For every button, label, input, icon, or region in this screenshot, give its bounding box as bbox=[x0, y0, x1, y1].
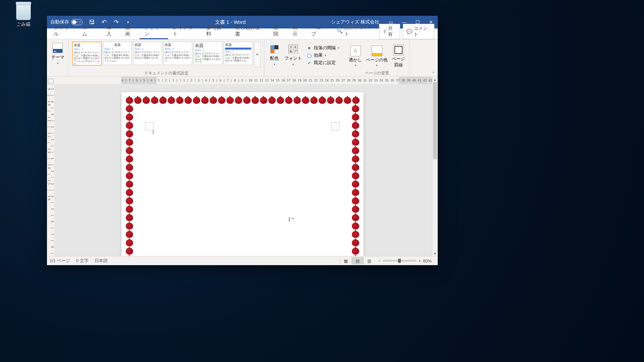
horizontal-ruler[interactable]: 8 | 7 | 6 | 5 | 4 | 3 | 2 | 1 | | 1 | 2 … bbox=[54, 77, 432, 84]
format-thumb-5[interactable]: 表題見出し 1[挿入] タブのギャラリーには、文書全体の体裁に合わせて調整するた… bbox=[194, 42, 222, 65]
paragraph-spacing-button[interactable]: ≡段落の間隔▾ bbox=[307, 45, 339, 51]
page-color-button[interactable]: ページの色▾ bbox=[364, 41, 390, 72]
colors-icon bbox=[270, 45, 278, 53]
chevron-down-icon: ▾ bbox=[57, 62, 59, 65]
paragraph-mark bbox=[153, 130, 155, 134]
tab-design[interactable]: デザイン bbox=[140, 22, 168, 39]
format-thumb-1[interactable]: 表題見出し 1[挿入] タブのギャラリーには、文書全体の体裁に合わせて調整するた… bbox=[72, 42, 102, 66]
spacing-icon: ≡ bbox=[307, 45, 312, 51]
effects-icon: ◯ bbox=[307, 53, 312, 58]
document-canvas[interactable]: I ⁼ bbox=[54, 84, 432, 256]
text-cursor-icon: I ⁼ bbox=[288, 216, 294, 223]
page-art-border bbox=[125, 96, 360, 256]
recycle-bin[interactable]: ごみ箱 bbox=[10, 3, 37, 27]
tab-insert[interactable]: 挿入 bbox=[102, 22, 121, 39]
format-thumb-3[interactable]: 表題見出し 1[挿入] タブのギャラリーには、文書全体の体裁に合わせて調整するた… bbox=[133, 42, 162, 65]
recycle-bin-label: ごみ箱 bbox=[10, 21, 37, 27]
vertical-scrollbar[interactable]: ▲ ▼ bbox=[432, 77, 438, 256]
recycle-bin-icon bbox=[16, 3, 31, 20]
themes-icon bbox=[53, 43, 63, 53]
format-thumb-6[interactable]: 表題見出し 1[挿入] タブのギャラリーには、文書全体の体裁に合わせて調整するた… bbox=[224, 42, 253, 65]
tab-draw[interactable]: 描画 bbox=[120, 22, 140, 39]
share-button[interactable]: ⇪共有 bbox=[379, 24, 400, 39]
format-thumb-2[interactable]: 表題見出し 1[挿入] タブのギャラリーには、文書全体の体裁に合わせて調整するた… bbox=[103, 42, 132, 65]
comment-icon: 💬 bbox=[407, 29, 412, 34]
group-label-doc-format: ドキュメントの書式設定 bbox=[69, 70, 264, 76]
tab-home[interactable]: ホーム bbox=[77, 22, 101, 39]
tab-review[interactable]: 校閲 bbox=[269, 22, 288, 39]
check-icon: ✔ bbox=[307, 60, 312, 65]
fonts-button[interactable]: Aaあア フォント▾ bbox=[282, 41, 305, 70]
page-borders-icon bbox=[393, 45, 404, 55]
page-1[interactable]: I ⁼ bbox=[121, 92, 364, 256]
margin-marker-right bbox=[331, 122, 339, 130]
zoom-control[interactable]: − + 80% bbox=[375, 258, 435, 263]
autosave-state: オフ bbox=[71, 19, 83, 25]
format-gallery-more[interactable]: ▾ bbox=[254, 42, 261, 67]
status-language[interactable]: 日本語 bbox=[95, 258, 108, 264]
tab-mailings[interactable]: 差し込み文書 bbox=[230, 22, 269, 39]
zoom-slider[interactable] bbox=[383, 260, 416, 261]
scroll-thumb[interactable] bbox=[433, 82, 437, 159]
tell-me-search[interactable]: 🔍 操作アシスト bbox=[332, 22, 377, 39]
status-bar: 1/1 ページ 0 文字 日本語 ▦ ▤ ▥ − + 80% bbox=[47, 256, 438, 265]
tab-references[interactable]: 参考資料 bbox=[202, 22, 230, 39]
zoom-out-button[interactable]: − bbox=[378, 258, 381, 263]
document-formatting-gallery[interactable]: 表題見出し 1[挿入] タブのギャラリーには、文書全体の体裁に合わせて調整するた… bbox=[71, 41, 261, 68]
scroll-up-button[interactable]: ▲ bbox=[432, 77, 438, 82]
themes-button[interactable]: テーマ ▾ bbox=[51, 41, 64, 67]
fonts-icon: Aaあア bbox=[288, 45, 298, 54]
tab-selector[interactable]: ∟ bbox=[48, 79, 53, 84]
document-area: ∟ 5 | 4 | 3 | 2 | 1 | | 1 | 2 | 3 | 4 | … bbox=[47, 77, 438, 256]
group-label-page-bg: ページの背景 bbox=[344, 70, 410, 76]
collapse-ribbon-button[interactable]: ⌃ bbox=[432, 71, 436, 76]
vertical-ruler[interactable]: ∟ 5 | 4 | 3 | 2 | 1 | | 1 | 2 | 3 | 4 | … bbox=[47, 77, 55, 256]
comment-button[interactable]: 💬コメント bbox=[403, 24, 434, 39]
ribbon-body: テーマ ▾ 表題見出し 1[挿入] タブのギャラリーには、文書全体の体裁に合わせ… bbox=[47, 40, 438, 77]
scroll-track[interactable] bbox=[432, 82, 438, 251]
tab-layout[interactable]: レイアウト bbox=[168, 22, 202, 39]
search-icon: 🔍 bbox=[336, 28, 343, 34]
format-thumb-4[interactable]: 表題見出し 1[挿入] タブのギャラリーには、文書全体の体裁に合わせて調整するた… bbox=[163, 42, 192, 65]
margin-marker-left bbox=[146, 122, 154, 130]
tab-view[interactable]: 表示 bbox=[288, 22, 307, 39]
watermark-icon bbox=[350, 46, 361, 56]
view-print-layout[interactable]: ▤ bbox=[352, 257, 363, 264]
page-borders-button[interactable]: ページ 罫線 bbox=[390, 41, 407, 72]
status-word-count[interactable]: 0 文字 bbox=[76, 258, 89, 264]
zoom-in-button[interactable]: + bbox=[418, 258, 421, 263]
view-web-layout[interactable]: ▥ bbox=[363, 257, 375, 264]
word-window: 自動保存 オフ 🖫 ↶ ↷ ▾ 文書 1 - Word シェアウィズ 株式会社 … bbox=[47, 16, 438, 265]
effects-button[interactable]: ◯効果▾ bbox=[307, 52, 339, 58]
colors-button[interactable]: 配色▾ bbox=[267, 41, 282, 70]
page-color-icon bbox=[372, 46, 382, 56]
tab-help[interactable]: ヘルプ bbox=[307, 22, 330, 39]
scroll-down-button[interactable]: ▼ bbox=[432, 251, 438, 256]
ribbon-tabs: ファイル ホーム 挿入 描画 デザイン レイアウト 参考資料 差し込み文書 校閲… bbox=[47, 28, 438, 40]
watermark-button[interactable]: 透かし▾ bbox=[347, 41, 364, 72]
status-page[interactable]: 1/1 ページ bbox=[50, 258, 70, 264]
share-icon: ⇪ bbox=[383, 29, 387, 34]
view-read-mode[interactable]: ▦ bbox=[340, 257, 352, 264]
zoom-level[interactable]: 80% bbox=[423, 258, 432, 263]
set-default-button[interactable]: ✔既定に設定 bbox=[307, 60, 339, 66]
